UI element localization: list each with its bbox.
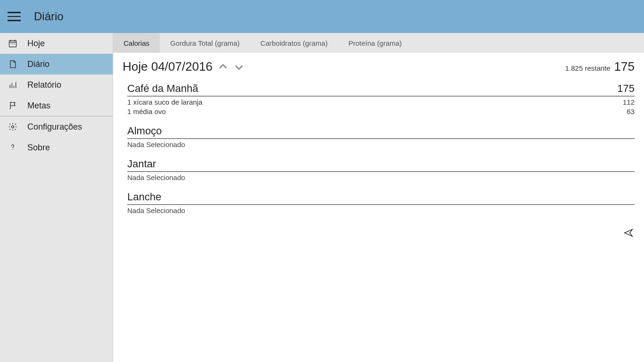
meals-container: Café da Manhã1751 xícara suco de laranja… bbox=[123, 82, 635, 214]
hamburger-line bbox=[8, 12, 21, 13]
sidebar-item-label: Configurações bbox=[27, 122, 82, 132]
body-area: Hoje Diário Relatório Metas Config bbox=[0, 33, 644, 362]
svg-point-13 bbox=[12, 149, 13, 150]
sidebar-item-hoje[interactable]: Hoje bbox=[0, 33, 113, 54]
titlebar: Diário bbox=[0, 0, 644, 33]
date-left: Hoje 04/07/2016 bbox=[123, 59, 245, 74]
meal-empty-label: Nada Selecionado bbox=[127, 172, 635, 181]
meal-block-snack: LancheNada Selecionado bbox=[127, 191, 635, 214]
tab-calorias[interactable]: Calorias bbox=[113, 33, 160, 53]
question-icon bbox=[8, 142, 18, 153]
meal-title: Café da Manhã bbox=[127, 82, 198, 95]
meal-total: 175 bbox=[617, 82, 635, 95]
meal-header[interactable]: Café da Manhã175 bbox=[127, 82, 635, 97]
sidebar-item-metas[interactable]: Metas bbox=[0, 95, 113, 116]
date-title: Hoje 04/07/2016 bbox=[123, 59, 213, 74]
sidebar-item-diario[interactable]: Diário bbox=[0, 54, 113, 74]
menu-button[interactable] bbox=[8, 9, 23, 24]
tab-label: Proteína (grama) bbox=[348, 39, 402, 47]
hamburger-line bbox=[8, 16, 21, 17]
meal-empty-label: Nada Selecionado bbox=[127, 139, 635, 148]
remaining-label: 1.825 restante bbox=[565, 64, 611, 72]
sidebar: Hoje Diário Relatório Metas Config bbox=[0, 33, 113, 362]
remaining-value: 175 bbox=[614, 59, 635, 74]
tab-label: Calorias bbox=[124, 39, 149, 47]
meal-header[interactable]: Lanche bbox=[127, 191, 635, 205]
send-button[interactable] bbox=[622, 227, 635, 239]
meal-title: Almoço bbox=[127, 125, 162, 137]
main: Calorias Gordura Total (grama) Carboidra… bbox=[113, 33, 644, 362]
page-title: Diário bbox=[34, 10, 64, 23]
meal-header[interactable]: Jantar bbox=[127, 158, 635, 172]
sidebar-item-label: Relatório bbox=[27, 80, 61, 90]
flag-icon bbox=[8, 100, 18, 111]
sidebar-item-label: Diário bbox=[27, 59, 50, 69]
content: Hoje 04/07/2016 1.825 restante 175 Café … bbox=[113, 53, 644, 362]
date-right: 1.825 restante 175 bbox=[565, 59, 635, 74]
meal-block-dinner: JantarNada Selecionado bbox=[127, 158, 635, 181]
tab-label: Gordura Total (grama) bbox=[170, 39, 239, 47]
food-desc: 1 média ovo bbox=[127, 107, 166, 115]
sidebar-item-label: Hoje bbox=[27, 39, 45, 49]
next-day-button[interactable] bbox=[233, 61, 245, 73]
sidebar-item-sobre[interactable]: Sobre bbox=[0, 137, 113, 158]
meal-header[interactable]: Almoço bbox=[127, 125, 635, 139]
bar-chart-icon bbox=[8, 80, 18, 90]
tabs: Calorias Gordura Total (grama) Carboidra… bbox=[113, 33, 644, 53]
sidebar-item-relatorio[interactable]: Relatório bbox=[0, 74, 113, 95]
tab-carboidratos[interactable]: Carboidratos (grama) bbox=[250, 33, 338, 53]
sidebar-item-config[interactable]: Configurações bbox=[0, 116, 113, 137]
meal-block-breakfast: Café da Manhã1751 xícara suco de laranja… bbox=[127, 82, 635, 115]
hamburger-line bbox=[8, 20, 21, 21]
tab-proteina[interactable]: Proteína (grama) bbox=[338, 33, 412, 53]
gear-icon bbox=[8, 122, 18, 132]
food-row[interactable]: 1 média ovo63 bbox=[127, 106, 635, 115]
sidebar-item-label: Metas bbox=[27, 101, 50, 111]
meal-title: Jantar bbox=[127, 158, 156, 170]
meal-empty-label: Nada Selecionado bbox=[127, 205, 635, 214]
tab-label: Carboidratos (grama) bbox=[260, 39, 328, 47]
food-value: 63 bbox=[627, 107, 635, 115]
previous-day-button[interactable] bbox=[217, 61, 229, 73]
date-row: Hoje 04/07/2016 1.825 restante 175 bbox=[123, 59, 635, 74]
meal-block-lunch: AlmoçoNada Selecionado bbox=[127, 125, 635, 148]
tab-gordura[interactable]: Gordura Total (grama) bbox=[160, 33, 250, 53]
food-value: 112 bbox=[623, 98, 635, 106]
meal-title: Lanche bbox=[127, 191, 161, 203]
food-desc: 1 xícara suco de laranja bbox=[127, 98, 202, 106]
calendar-icon bbox=[8, 38, 18, 49]
food-row[interactable]: 1 xícara suco de laranja112 bbox=[127, 97, 635, 106]
svg-point-12 bbox=[12, 126, 14, 128]
document-icon bbox=[8, 59, 18, 69]
sidebar-item-label: Sobre bbox=[27, 143, 50, 153]
